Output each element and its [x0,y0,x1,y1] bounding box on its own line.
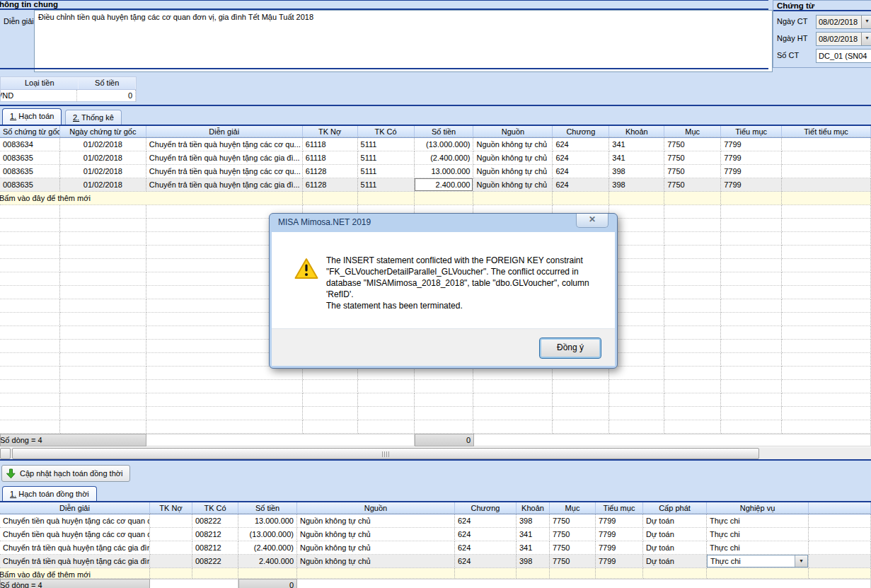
grid-cell[interactable]: 624 [553,165,609,178]
grid-cell[interactable] [60,420,146,434]
grid-cell[interactable] [60,313,146,326]
column-header[interactable]: Số chứng từ gốc [0,126,60,137]
grid-cell[interactable]: 008212 [192,541,238,555]
grid-cell[interactable] [664,407,721,420]
add-new-row[interactable]: Bấm vào đây để thêm mới [0,568,871,579]
grid-cell[interactable]: (13.000.000) [415,138,474,151]
currency-amount-cell[interactable]: 0 [77,90,136,101]
grid-cell[interactable] [721,326,782,340]
grid-cell[interactable]: 5111 [358,138,415,151]
grid-cell[interactable]: 398 [609,165,664,178]
grid-cell[interactable]: Thực chi [707,528,809,541]
grid-cell[interactable] [297,568,455,579]
empty-grid-row[interactable] [0,407,871,420]
grid-cell[interactable] [782,393,871,407]
grid-cell[interactable] [150,514,192,528]
grid-cell[interactable] [60,407,146,420]
grid-cell[interactable] [60,326,146,340]
grid-cell[interactable] [238,568,297,579]
grid-cell[interactable] [146,407,303,420]
grid-cell[interactable] [664,272,721,286]
ok-button[interactable]: Đồng ý [539,338,601,359]
grid-cell[interactable]: 2.400.000 [415,178,474,192]
nghiep-vu-combobox[interactable]: Thực chi▼ [707,555,808,567]
grid-cell[interactable]: (2.400.000) [415,151,474,165]
grid-cell[interactable] [664,313,721,326]
grid-cell[interactable] [782,420,871,434]
grid-cell[interactable] [782,205,871,219]
grid-cell[interactable]: 624 [553,151,609,165]
grid-cell[interactable]: 7750 [550,555,596,568]
currency-type-cell[interactable]: VND [1,91,13,100]
grid-cell[interactable] [60,393,146,407]
grid-cell[interactable] [721,420,782,434]
grid-cell[interactable] [721,272,782,286]
grid-cell[interactable] [0,246,60,259]
grid-cell[interactable]: 61118 [303,138,358,151]
grid-cell[interactable] [415,407,474,420]
grid-cell[interactable]: 7750 [664,151,721,165]
grid-cell[interactable] [664,219,721,232]
grid-cell[interactable]: 624 [553,178,609,192]
grid-cell[interactable]: 0083635 [0,178,60,192]
grid-row[interactable]: 008363501/02/2018Chuyển trả tiền quà huy… [0,151,871,165]
grid-cell[interactable] [0,286,60,299]
grid-cell[interactable] [664,246,721,259]
grid-cell[interactable] [721,353,782,367]
grid-cell[interactable]: 01/02/2018 [60,178,146,192]
scrollbar-thumb[interactable] [12,448,759,459]
grid-cell[interactable] [609,232,664,246]
grid-cell[interactable]: Chuyển trả tiền quà huyện tặng các cơ qu… [146,138,303,151]
column-header[interactable]: TK Nợ [303,126,358,137]
grid-cell[interactable]: 61128 [303,178,358,192]
grid-cell[interactable] [415,393,474,407]
grid-cell[interactable]: 341 [517,528,550,541]
grid-cell[interactable]: 5111 [358,178,415,192]
column-header[interactable]: Diễn giải [146,126,303,137]
grid-cell[interactable] [455,568,517,579]
grid-cell[interactable] [0,205,60,219]
grid-cell[interactable] [146,420,303,434]
empty-grid-row[interactable] [0,393,871,407]
grid-cell[interactable] [358,420,415,434]
grid-row[interactable]: Chuyển trả tiền quà huyện tặng các gia đ… [0,555,871,568]
grid-cell[interactable]: Nguồn không tự chủ [473,151,553,165]
grid-cell[interactable] [609,326,664,340]
grid-cell[interactable] [358,407,415,420]
grid-cell[interactable] [782,192,871,205]
dialog-title[interactable]: MISA Mimosa.NET 2019 [270,214,617,232]
grid-row[interactable]: 008363501/02/2018Chuyển trả tiền quà huy… [0,165,871,178]
grid-cell[interactable]: 01/02/2018 [60,138,146,151]
grid-cell[interactable] [553,420,609,434]
dropdown-arrow-icon[interactable]: ▼ [795,555,807,567]
grid-cell[interactable] [473,420,553,434]
grid-cell[interactable]: 7799 [721,178,782,192]
grid-cell[interactable]: 7799 [721,165,782,178]
grid-cell[interactable]: Thực chi▼ [707,555,809,568]
grid-cell[interactable] [664,326,721,340]
grid-cell[interactable] [146,380,303,393]
grid-cell[interactable] [782,219,871,232]
grid-cell[interactable] [146,393,303,407]
grid-cell[interactable]: Bấm vào đây để thêm mới [0,568,150,579]
grid-cell[interactable] [782,340,871,353]
grid-cell[interactable] [60,286,146,299]
grid-cell[interactable] [358,393,415,407]
grid-cell[interactable] [609,286,664,299]
grid-cell[interactable] [553,380,609,393]
grid-cell[interactable]: 13.000.000 [238,514,297,528]
grid-cell[interactable]: 7799 [596,528,643,541]
grid-cell[interactable] [60,259,146,272]
grid-row[interactable]: Chuyển tiền quà huyện tặng các cơ quan đ… [0,528,871,541]
grid-cell[interactable]: 01/02/2018 [60,151,146,165]
grid-cell[interactable]: 624 [455,541,517,555]
column-header[interactable]: Nguồn [297,502,455,514]
grid-cell[interactable] [0,380,60,393]
grid-cell[interactable] [0,393,60,407]
grid-cell[interactable] [721,367,782,380]
grid-cell[interactable]: Dự toán [643,528,707,541]
grid-cell[interactable] [60,272,146,286]
grid-cell[interactable]: (2.400.000) [238,541,297,555]
horizontal-scrollbar[interactable] [0,446,871,460]
grid-cell[interactable] [609,420,664,434]
